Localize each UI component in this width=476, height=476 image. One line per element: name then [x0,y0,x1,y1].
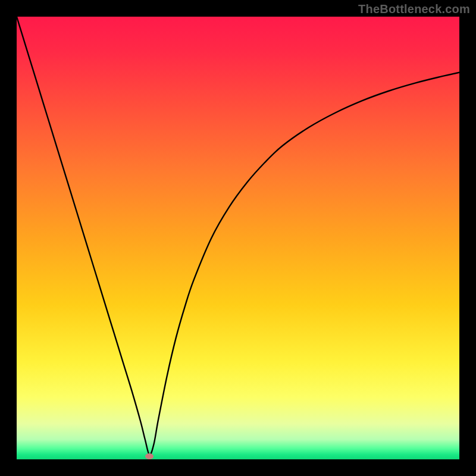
watermark-text: TheBottleneck.com [358,2,470,16]
plot-area [17,17,459,459]
bottleneck-curve [17,17,459,455]
chart-frame: TheBottleneck.com [0,0,476,476]
minimum-marker [145,453,154,459]
curve-layer [17,17,459,459]
